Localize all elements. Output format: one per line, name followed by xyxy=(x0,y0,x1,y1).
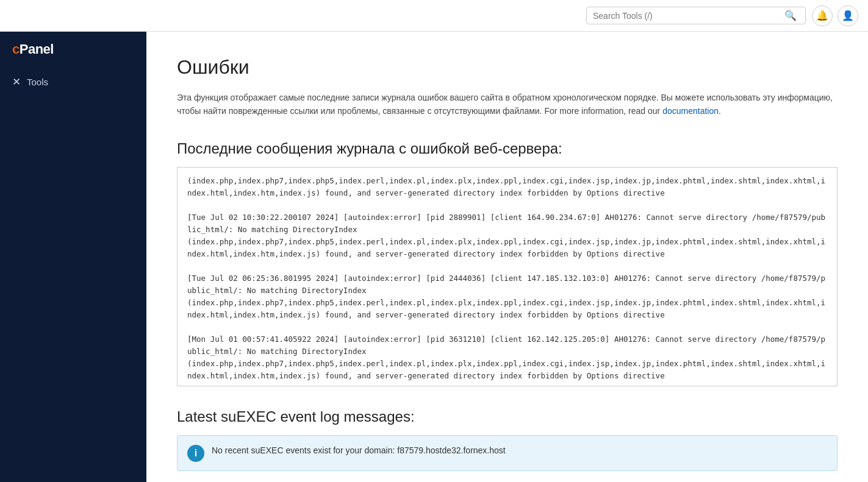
info-icon: i xyxy=(187,445,204,462)
notification-button[interactable]: 🔔 xyxy=(812,5,833,26)
search-input[interactable] xyxy=(593,11,782,21)
sidebar-item-tools[interactable]: ✕ Tools xyxy=(0,69,146,94)
search-bar[interactable]: 🔍 xyxy=(586,7,806,24)
main-content: Ошибки Эта функция отображает самые посл… xyxy=(146,32,868,482)
sidebar: cPanel ✕ Tools xyxy=(0,32,146,482)
section1-title: Последние сообщения журнала с ошибкой ве… xyxy=(177,140,838,157)
documentation-link[interactable]: documentation xyxy=(662,106,719,116)
description: Эта функция отображает самые последние з… xyxy=(177,91,838,118)
user-icon: 👤 xyxy=(842,10,854,21)
layout: cPanel ✕ Tools Ошибки Эта функция отобра… xyxy=(0,32,868,482)
header-icons: 🔔 👤 xyxy=(812,5,858,26)
page-title: Ошибки xyxy=(177,56,838,79)
suexec-message: No recent suEXEC events exist for your d… xyxy=(212,444,506,457)
section2-title: Latest suEXEC event log messages: xyxy=(177,408,838,425)
tools-icon: ✕ xyxy=(12,76,21,88)
user-button[interactable]: 👤 xyxy=(838,5,858,26)
error-log-box[interactable]: (index.php,index.php7,index.php5,index.p… xyxy=(177,167,838,386)
header: 🔍 🔔 👤 xyxy=(0,0,868,32)
logo: cPanel xyxy=(0,41,146,69)
suexec-info-box: i No recent suEXEC events exist for your… xyxy=(177,435,838,471)
bell-icon: 🔔 xyxy=(816,10,828,21)
search-button[interactable]: 🔍 xyxy=(782,10,799,21)
sidebar-item-label: Tools xyxy=(27,77,48,87)
